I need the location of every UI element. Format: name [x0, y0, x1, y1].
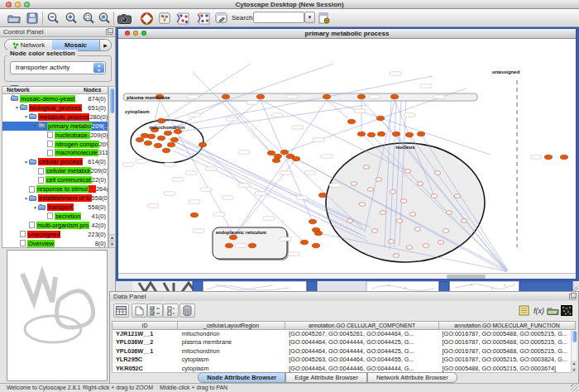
create-attribute-icon[interactable]: [132, 304, 147, 318]
network-node[interactable]: [380, 211, 386, 215]
expand-triangle-icon[interactable]: ▼: [32, 123, 38, 128]
column-header[interactable]: _cellularLayoutRegion: [178, 321, 285, 330]
network-node[interactable]: [367, 188, 374, 192]
network-node-selected[interactable]: [164, 131, 171, 136]
tree-scrollbar-thumb[interactable]: [110, 88, 114, 113]
network-node-selected[interactable]: [280, 150, 288, 155]
delete-attribute-icon[interactable]: [179, 304, 195, 318]
network-canvas[interactable]: plasma membranecytoplasmmitochondrionnuc…: [118, 39, 576, 273]
network-node[interactable]: [371, 229, 378, 233]
tree-row[interactable]: mosaic-demo-yeast874(0): [2, 94, 108, 103]
network-window-titlebar[interactable]: primary metabolic process: [118, 29, 576, 39]
network-node-selected[interactable]: [274, 154, 281, 159]
network-node-selected[interactable]: [347, 119, 355, 124]
zoom-fit-icon[interactable]: [97, 11, 112, 26]
network-node-selected[interactable]: [357, 131, 365, 136]
network-node-selected[interactable]: [174, 129, 181, 134]
tree-row[interactable]: ▼biological_process651(0): [2, 103, 108, 112]
network-node-selected[interactable]: [170, 137, 178, 142]
canvas-hscrollbar-thumb[interactable]: [447, 275, 486, 279]
tree-row[interactable]: secretion41(0): [2, 212, 108, 221]
tree-scrollbar[interactable]: ▲ ▼: [108, 86, 116, 248]
network-node[interactable]: [359, 203, 366, 207]
help-lifesaver-icon[interactable]: [139, 11, 154, 26]
birds-eye-view[interactable]: [7, 250, 108, 381]
zoom-out-icon[interactable]: [45, 11, 60, 26]
network-node-selected[interactable]: [300, 240, 308, 245]
network-node-selected[interactable]: [292, 156, 299, 161]
network-node-selected[interactable]: [248, 243, 256, 248]
network-node[interactable]: [400, 199, 407, 203]
network-node[interactable]: [351, 182, 357, 186]
search-options-icon[interactable]: [317, 11, 332, 26]
network-node-selected[interactable]: [199, 142, 206, 147]
network-node-selected[interactable]: [144, 141, 151, 146]
float-panel-icon[interactable]: [106, 29, 112, 35]
network-node[interactable]: [376, 178, 382, 182]
tab-edge-attribute-browser[interactable]: Edge Attribute Browser: [285, 372, 367, 383]
network-node[interactable]: [396, 219, 403, 223]
network-node-selected[interactable]: [357, 94, 365, 99]
tree-row[interactable]: ▼transport558(0): [2, 203, 108, 212]
scroll-up-arrow[interactable]: ▲: [109, 234, 115, 241]
tab-node-attribute-browser[interactable]: Node Attribute Browser: [198, 372, 285, 383]
table-row[interactable]: YJR121W__1mitochondrion[GO:0045267, GO:0…: [112, 330, 575, 338]
network-node-selected[interactable]: [229, 235, 237, 240]
tree-row[interactable]: cellular metabol209(0): [2, 166, 108, 175]
network-node-selected[interactable]: [167, 142, 175, 147]
network-node[interactable]: [431, 194, 438, 198]
network-node[interactable]: [417, 182, 423, 186]
zoom-in-icon[interactable]: [64, 11, 79, 26]
save-session-icon[interactable]: [25, 11, 40, 26]
select-all-attributes-icon[interactable]: [147, 304, 163, 318]
network-node-selected[interactable]: [157, 136, 165, 141]
network-node-selected[interactable]: [225, 243, 232, 248]
network-node-selected[interactable]: [376, 116, 384, 121]
import-attributes-icon[interactable]: [546, 304, 559, 317]
network-node-selected[interactable]: [312, 243, 319, 248]
tree-row[interactable]: macromolecule311(0): [2, 149, 108, 158]
tree-row[interactable]: ▼metabolic process280(0): [2, 112, 108, 122]
expand-triangle-icon[interactable]: ▼: [32, 205, 38, 210]
tree-row[interactable]: ▼establishment of lo558(0): [2, 194, 108, 203]
network-node-selected[interactable]: [560, 155, 567, 160]
column-header[interactable]: annotation.GO CELLULAR_COMPONENT: [285, 321, 439, 330]
expand-triangle-icon[interactable]: ▼: [14, 105, 20, 110]
tree-row[interactable]: nucleobase-209(0): [2, 131, 108, 140]
node-color-dropdown[interactable]: transporter activity ▲▼: [10, 61, 106, 74]
network-node-selected[interactable]: [267, 151, 275, 155]
network-node-selected[interactable]: [157, 118, 165, 123]
network-node-selected[interactable]: [272, 158, 280, 163]
zoom-selected-icon[interactable]: [81, 11, 96, 26]
expand-triangle-icon[interactable]: ▼: [23, 114, 29, 119]
tree-row[interactable]: nitrogen compo209(0): [2, 140, 108, 149]
tree-row[interactable]: ▼cellular process614(0): [2, 157, 108, 166]
tree-row[interactable]: cell communicat22(0): [2, 175, 108, 184]
network-node-selected[interactable]: [392, 131, 400, 136]
table-scrollbar-thumb[interactable]: [572, 331, 577, 342]
destroy-network-icon[interactable]: [157, 11, 172, 26]
network-node[interactable]: [390, 190, 396, 194]
table-scroll-up[interactable]: ▲: [572, 361, 577, 366]
attribute-batch-editor-icon[interactable]: [517, 304, 530, 317]
search-dropdown-arrow[interactable]: ▼: [304, 12, 315, 23]
canvas-hscrollbar[interactable]: [118, 273, 576, 279]
network-node-selected[interactable]: [314, 231, 322, 236]
network-node[interactable]: [443, 229, 449, 233]
network-node-selected[interactable]: [318, 193, 326, 198]
network-view-window[interactable]: primary metabolic process plasma membran…: [117, 27, 577, 280]
column-header[interactable]: ID: [112, 321, 178, 330]
network-node[interactable]: [406, 246, 413, 250]
network-node-selected[interactable]: [405, 132, 413, 137]
table-scroll-down[interactable]: ▼: [572, 367, 577, 373]
network-node-selected[interactable]: [323, 94, 330, 99]
tree-row[interactable]: unassigned223(0): [2, 230, 108, 239]
tree-header[interactable]: Network Nodes: [2, 86, 108, 94]
annotation-icon[interactable]: [213, 11, 228, 26]
open-file-icon[interactable]: [7, 11, 22, 26]
float-data-panel-icon[interactable]: [569, 294, 576, 299]
network-node[interactable]: [363, 165, 370, 170]
network-node-selected[interactable]: [417, 131, 424, 136]
network-node-selected[interactable]: [367, 132, 375, 137]
tree-row[interactable]: multi-organism pro42(0): [2, 221, 108, 230]
